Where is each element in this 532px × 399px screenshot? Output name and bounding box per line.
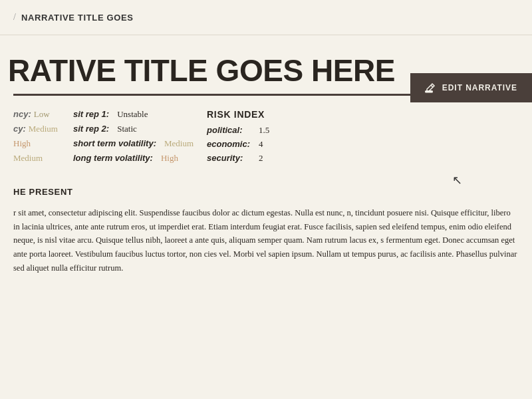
long-vol-val: High xyxy=(161,153,178,164)
list-item: Medium xyxy=(13,153,60,164)
security-val: 2 xyxy=(259,153,263,164)
svg-rect-0 xyxy=(426,91,432,92)
edit-icon xyxy=(425,82,436,93)
sitrep1-val: Unstable xyxy=(117,109,148,120)
breadcrumb-slash: / xyxy=(13,12,16,23)
sitrep1-label: sit rep 1: xyxy=(73,109,109,119)
list-item: cy: Medium xyxy=(13,124,60,134)
economic-label: economic: xyxy=(207,139,253,149)
list-item: High xyxy=(13,138,60,149)
label-val-low: Low xyxy=(34,109,50,120)
security-label: security: xyxy=(207,153,253,163)
list-item: security: 2 xyxy=(207,153,519,164)
list-item: long term volatility: High xyxy=(73,153,194,164)
info-section: ncy: Low cy: Medium High Medium sit rep … xyxy=(13,109,519,167)
list-item: economic: 4 xyxy=(207,139,519,150)
label-key-ncy: ncy: xyxy=(13,109,31,119)
risk-index-title: RISK INDEX xyxy=(207,109,519,120)
sitrep2-label: sit rep 2: xyxy=(73,124,109,134)
label-val-medium2: Medium xyxy=(13,153,43,164)
section-header: HE PRESENT xyxy=(13,187,519,197)
list-item: short term volatility: Medium xyxy=(73,138,194,149)
economic-val: 4 xyxy=(259,139,263,150)
list-item: sit rep 2: Static xyxy=(73,124,194,134)
risk-index-section: RISK INDEX political: 1.5 economic: 4 se… xyxy=(207,109,519,167)
body-text: r sit amet, consectetur adipiscing elit.… xyxy=(13,206,519,275)
top-bar: / NARRATIVE TITLE GOES xyxy=(0,0,532,35)
sitrep-col: sit rep 1: Unstable sit rep 2: Static sh… xyxy=(73,109,194,167)
label-val-medium: Medium xyxy=(29,124,58,134)
list-item: sit rep 1: Unstable xyxy=(73,109,194,120)
short-vol-label: short term volatility: xyxy=(73,138,156,148)
section-header-prefix: HE PRESENT xyxy=(13,187,73,197)
sitrep2-val: Static xyxy=(117,124,137,134)
label-val-high: High xyxy=(13,138,31,149)
short-vol-val: Medium xyxy=(164,138,194,149)
list-item: political: 1.5 xyxy=(207,125,519,136)
breadcrumb-title: NARRATIVE TITLE GOES xyxy=(21,13,134,23)
edit-button-label: EDIT NARRATIVE xyxy=(442,83,517,92)
label-key-cy: cy: xyxy=(13,124,26,134)
list-item: ncy: Low xyxy=(13,109,60,120)
political-label: political: xyxy=(207,125,253,135)
long-vol-label: long term volatility: xyxy=(73,153,153,163)
edit-narrative-button[interactable]: EDIT NARRATIVE xyxy=(410,73,532,102)
political-val: 1.5 xyxy=(259,125,269,136)
left-labels-col: ncy: Low cy: Medium High Medium xyxy=(13,109,60,167)
